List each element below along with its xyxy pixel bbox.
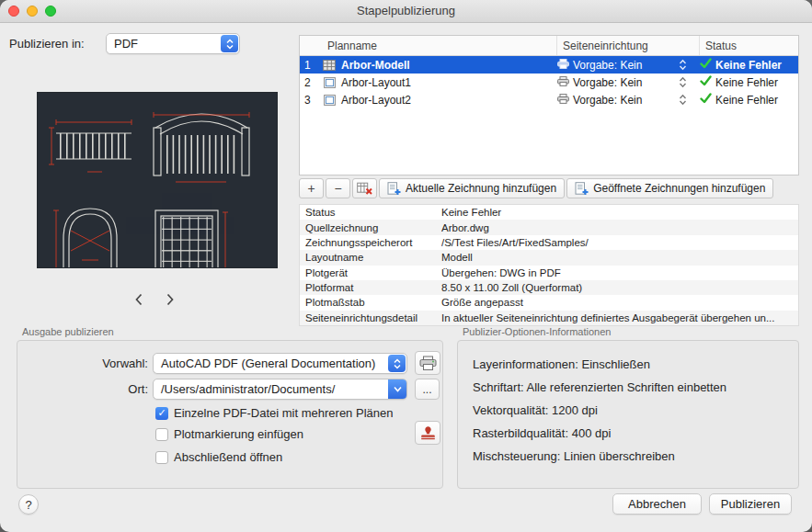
sheet-preview (37, 92, 278, 268)
next-sheet-button[interactable] (160, 290, 180, 308)
printer-icon (419, 356, 437, 371)
checkbox-checked-icon: ✓ (155, 407, 168, 420)
sheet-details-panel: StatusKeine Fehler QuellzeichnungArbor.d… (299, 204, 799, 326)
add-documents-icon (575, 182, 589, 196)
checkbox-single-pdf[interactable]: ✓ Einzelne PDF-Datei mit mehreren Plänen (155, 406, 393, 420)
page-setup-stepper[interactable] (679, 76, 687, 88)
detail-row: StatusKeine Fehler (300, 205, 798, 220)
minimize-button[interactable] (27, 6, 38, 17)
checkbox-plot-stamp-label: Plotmarkierung einfügen (174, 427, 303, 441)
browse-button[interactable]: ... (415, 379, 440, 400)
status-text: Keine Fehler (715, 59, 782, 72)
preset-select[interactable]: AutoCAD PDF (General Documentation) (153, 353, 407, 374)
sheet-name: Arbor-Layout1 (341, 76, 411, 89)
stamp-icon (420, 425, 436, 440)
batch-publish-window: Stapelpublizierung Publizieren in: PDF (0, 0, 812, 532)
table-row[interactable]: 3 Arbor-Layout2 Vorgabe: Kein (300, 91, 798, 108)
printer-icon (557, 94, 569, 107)
table-row[interactable]: 2 Arbor-Layout1 Vorgabe: Kein (300, 74, 798, 91)
previous-sheet-button[interactable] (129, 290, 149, 308)
preview-image (38, 93, 277, 267)
checkbox-unchecked-icon (155, 428, 168, 441)
detail-row: Zeichnungsspeicherort/S/Test Files/Art/F… (300, 235, 798, 250)
table-row[interactable]: 1 Arbor-Modell Vorgabe: Kein (300, 56, 798, 74)
sheet-list[interactable]: Planname Seiteneinrichtung Status 1 Arbo… (299, 35, 799, 175)
row-number: 1 (300, 59, 321, 72)
detail-label: Quellzeichnung (300, 222, 441, 233)
status-text: Keine Fehler (715, 94, 778, 107)
info-value: Einschließen (582, 357, 650, 371)
checkbox-open-after[interactable]: Abschließend öffnen (155, 450, 282, 464)
publish-button[interactable]: Publizieren (709, 493, 792, 515)
delete-sheet-button[interactable] (352, 178, 377, 198)
info-item: Rasterbildqualität: 400 dpi (473, 426, 611, 440)
detail-label: Status (300, 207, 441, 218)
titlebar[interactable]: Stapelpublizierung (0, 0, 812, 23)
info-value: Alle referenzierten Schriften einbetten (527, 380, 727, 394)
page-setup-value: Vorgabe: Kein (573, 76, 642, 89)
info-label: Mischsteuerung: (473, 449, 560, 463)
location-value: /Users/administrator/Documents/ (154, 382, 388, 396)
add-open-drawings-button[interactable]: Geöffnete Zeichnungen hinzufügen (566, 178, 773, 198)
detail-value: In aktueller Seiteneinrichtung definiert… (441, 312, 798, 323)
preset-label: Vorwahl: (17, 357, 148, 370)
layout-sheet-icon (321, 95, 337, 106)
publish-output-group: Ausgabe publizieren Vorwahl: AutoCAD PDF… (17, 340, 443, 489)
detail-row: PlotgerätÜbergehen: DWG in PDF (300, 266, 798, 280)
page-setup-value: Vorgabe: Kein (573, 94, 642, 107)
add-current-drawing-button[interactable]: Aktuelle Zeichnung hinzufügen (379, 178, 565, 198)
info-value: 400 dpi (572, 426, 612, 440)
detail-row: SeiteneinrichtungsdetailIn aktueller Sei… (300, 311, 798, 325)
remove-sheet-button[interactable]: − (326, 178, 350, 198)
detail-label: Plotgerät (300, 267, 441, 278)
info-item: Layerinformationen: Einschließen (473, 357, 650, 371)
help-button[interactable]: ? (18, 494, 39, 515)
column-header-planname[interactable]: Planname (300, 36, 557, 55)
location-label: Ort: (17, 382, 148, 396)
table-delete-icon (357, 182, 372, 196)
publish-options-info-group: Publizier-Optionen-Informationen Layerin… (457, 340, 799, 489)
row-number: 2 (300, 76, 321, 89)
model-sheet-icon (321, 60, 337, 71)
sheet-list-header[interactable]: Planname Seiteneinrichtung Status (300, 36, 798, 56)
page-setup-stepper[interactable] (679, 94, 687, 106)
page-setup-stepper[interactable] (679, 59, 687, 71)
detail-label: Plotmaßstab (300, 297, 441, 308)
column-header-status[interactable]: Status (700, 36, 798, 55)
page-setup-value: Vorgabe: Kein (573, 59, 642, 72)
info-label: Rasterbildqualität: (473, 426, 568, 440)
location-combo[interactable]: /Users/administrator/Documents/ (153, 379, 407, 400)
detail-label: Zeichnungsspeicherort (300, 237, 441, 248)
layout-sheet-icon (321, 77, 337, 88)
checkbox-plot-stamp[interactable]: Plotmarkierung einfügen (155, 427, 303, 441)
info-label: Vektorqualität: (473, 403, 548, 417)
column-header-seiteneinrichtung[interactable]: Seiteneinrichtung (557, 36, 700, 55)
plotter-settings-button[interactable] (415, 351, 440, 375)
detail-value: 8.50 x 11.00 Zoll (Querformat) (441, 282, 798, 293)
info-value: 1200 dpi (552, 403, 598, 417)
close-button[interactable] (8, 6, 19, 17)
detail-label: Plotformat (300, 282, 441, 293)
plot-stamp-settings-button[interactable] (415, 421, 440, 445)
detail-value: Keine Fehler (441, 207, 798, 218)
detail-value: /S/Test Files/Art/FixedSamples/ (441, 237, 798, 248)
info-item: Schriftart: Alle referenzierten Schrifte… (473, 380, 726, 394)
zoom-button[interactable] (45, 6, 56, 17)
info-value: Linien überschreiben (564, 449, 675, 463)
publish-options-info-title: Publizier-Optionen-Informationen (463, 326, 611, 337)
add-sheet-button[interactable]: + (299, 178, 324, 198)
detail-row: QuellzeichnungArbor.dwg (300, 220, 798, 234)
cancel-button[interactable]: Abbrechen (612, 493, 702, 515)
status-text: Keine Fehler (715, 76, 778, 89)
info-item: Vektorqualität: 1200 dpi (473, 403, 598, 417)
add-document-icon (387, 182, 401, 196)
detail-value: Modell (441, 252, 798, 263)
checkbox-unchecked-icon (155, 451, 168, 464)
sheet-name: Arbor-Layout2 (341, 94, 411, 107)
row-number: 3 (300, 94, 321, 107)
publish-in-select[interactable]: PDF (106, 33, 240, 54)
status-check-icon (700, 58, 712, 72)
detail-label: Layoutname (300, 252, 441, 263)
publish-output-group-title: Ausgabe publizieren (22, 326, 114, 337)
popup-arrows-icon (221, 35, 238, 52)
